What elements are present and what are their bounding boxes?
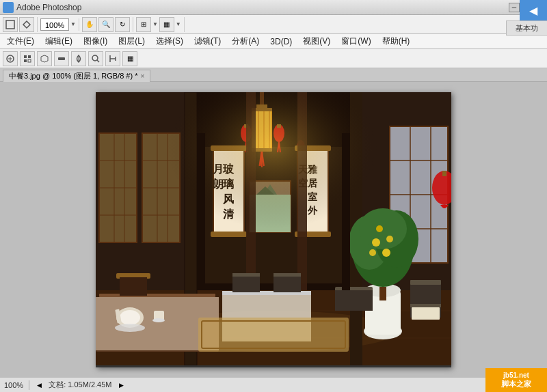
svg-rect-0 xyxy=(6,20,14,29)
tb2-btn-2[interactable] xyxy=(20,51,35,66)
status-zoom: 100% xyxy=(4,381,23,389)
tab-close-btn[interactable]: × xyxy=(140,72,144,80)
view-btn[interactable]: ▦ xyxy=(159,17,174,32)
menubar: 文件(E) 编辑(E) 图像(I) 图层(L) 选择(S) 滤镜(T) 分析(A… xyxy=(0,34,547,49)
right-panel-label: 基本功 xyxy=(506,20,547,36)
svg-rect-8 xyxy=(58,57,65,60)
logo-line2: 脚本之家 xyxy=(501,380,531,389)
menu-image[interactable]: 图像(I) xyxy=(78,34,113,48)
svg-point-10 xyxy=(92,55,98,61)
canvas-container: 玻 璃 风 清 月 朗 雅 居 室 外 天 空 xyxy=(96,92,451,367)
tab-main[interactable]: 中餐3.jpg @ 100% (图层 1, RGB/8 #) * × xyxy=(3,70,150,82)
menu-analyze[interactable]: 分析(A) xyxy=(226,34,265,48)
tb2-btn-5[interactable] xyxy=(71,51,86,66)
back-icon: ◀ xyxy=(529,4,537,17)
svg-rect-4 xyxy=(24,55,27,58)
tab-label: 中餐3.jpg @ 100% (图层 1, RGB/8 #) * xyxy=(9,71,137,81)
tb2-btn-3[interactable] xyxy=(37,51,52,66)
toolbar-second: ▦ xyxy=(0,49,547,68)
tb2-btn-4[interactable] xyxy=(54,51,69,66)
menu-filter[interactable]: 滤镜(T) xyxy=(189,34,226,48)
menu-view[interactable]: 视图(V) xyxy=(297,34,336,48)
arrange-btn[interactable]: ⊞ xyxy=(136,17,151,32)
view-arrow[interactable]: ▼ xyxy=(176,21,181,27)
tb2-btn-6[interactable] xyxy=(88,51,103,66)
svg-rect-143 xyxy=(96,92,451,365)
app-title: Adobe Photoshop xyxy=(16,3,81,12)
status-arrow-right[interactable]: ▶ xyxy=(117,381,125,389)
app-icon xyxy=(3,2,14,13)
zoom-display[interactable]: 100% xyxy=(40,18,69,31)
menu-file[interactable]: 文件(E) xyxy=(1,34,40,48)
title-bar: Adobe Photoshop 基本功 ─ □ ✕ xyxy=(0,0,547,15)
tab-bar: 中餐3.jpg @ 100% (图层 1, RGB/8 #) * × xyxy=(0,68,547,82)
status-divider-1 xyxy=(29,380,29,390)
main-canvas-area: 玻 璃 风 清 月 朗 雅 居 室 外 天 空 xyxy=(0,82,547,377)
tb2-btn-7[interactable] xyxy=(105,51,120,66)
menu-window[interactable]: 窗口(W) xyxy=(336,34,376,48)
menu-help[interactable]: 帮助(H) xyxy=(377,34,416,48)
hand-tool[interactable]: ✋ xyxy=(82,17,97,32)
tool-btn-1[interactable] xyxy=(3,17,18,32)
status-arrow-left[interactable]: ◀ xyxy=(35,381,43,389)
svg-rect-6 xyxy=(24,59,27,62)
logo-line1: jb51.net xyxy=(503,372,529,380)
status-file-info: 文档: 1.05M/2.45M xyxy=(49,380,111,390)
menu-3d[interactable]: 3D(D) xyxy=(265,36,297,48)
svg-rect-5 xyxy=(28,55,31,58)
zoom-tool[interactable]: 🔍 xyxy=(98,17,114,32)
tb2-btn-8[interactable]: ▦ xyxy=(122,51,137,66)
tool-group-zoom: 100% ▼ xyxy=(40,18,79,31)
back-button[interactable]: ◀ xyxy=(520,0,547,20)
svg-rect-7 xyxy=(28,59,31,62)
status-bar: 100% ◀ 文档: 1.05M/2.45M ▶ jb51.net 脚本之家 xyxy=(0,377,547,392)
menu-edit[interactable]: 编辑(E) xyxy=(40,34,78,48)
toolbar-top: 100% ▼ ✋ 🔍 ↻ ⊞ ▼ ▦ ▼ ◀ xyxy=(0,15,547,34)
svg-line-11 xyxy=(97,60,99,62)
tool-group-2: ✋ 🔍 ↻ xyxy=(82,17,133,32)
minimize-button[interactable]: ─ xyxy=(509,3,520,12)
tool-group-1 xyxy=(3,17,38,32)
tool-btn-2[interactable] xyxy=(19,17,34,32)
menu-select[interactable]: 选择(S) xyxy=(150,34,189,48)
rotate-tool[interactable]: ↻ xyxy=(115,17,130,32)
svg-rect-144 xyxy=(197,133,205,290)
arrange-arrow[interactable]: ▼ xyxy=(152,21,158,27)
tool-group-3: ⊞ ▼ ▦ ▼ xyxy=(136,17,185,32)
menu-layer[interactable]: 图层(L) xyxy=(113,34,150,48)
logo-area: jb51.net 脚本之家 xyxy=(485,368,547,392)
tb2-btn-1[interactable] xyxy=(3,51,18,66)
photo-canvas: 玻 璃 风 清 月 朗 雅 居 室 外 天 空 xyxy=(96,92,451,365)
zoom-arrow[interactable]: ▼ xyxy=(70,21,76,27)
svg-rect-145 xyxy=(342,133,350,290)
